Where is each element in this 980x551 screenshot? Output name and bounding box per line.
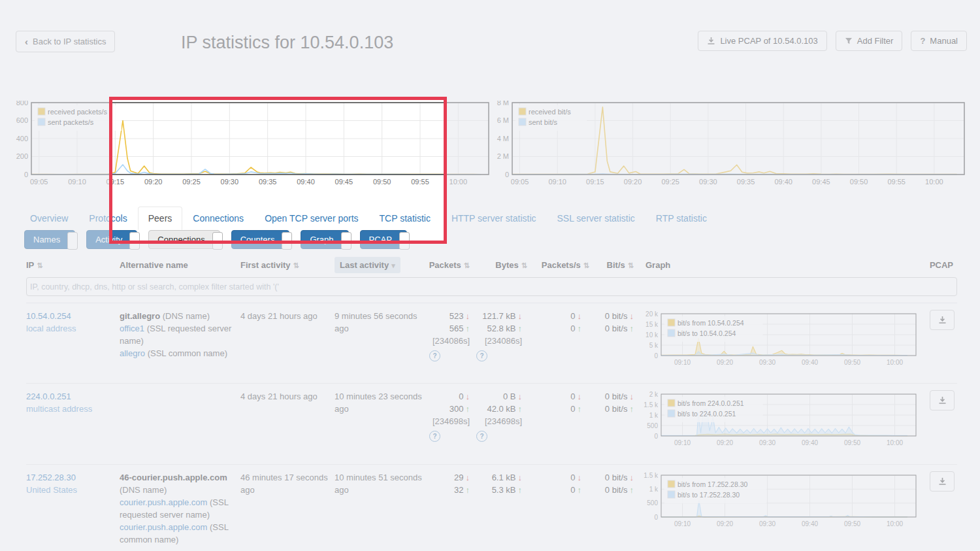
counters-checkbox[interactable] <box>282 232 292 250</box>
statistics-tabs: Overview Protocols Peers Connections Ope… <box>20 207 717 230</box>
bit-per-s-cell: 0 bit/s↓ 0 bit/s↑ <box>589 390 634 415</box>
packets-cell: 29↓ 32↑ <box>427 471 470 496</box>
pcap-checkbox[interactable] <box>399 232 410 250</box>
header-bit-per-s[interactable]: Bit/s⇅ <box>589 260 634 270</box>
download-icon <box>707 37 715 45</box>
manual-button[interactable]: ? Manual <box>911 31 967 51</box>
ssl-common-name-link[interactable]: allegro <box>120 348 145 358</box>
download-pcap-button[interactable] <box>930 310 955 330</box>
up-arrow-icon: ↑ <box>518 324 523 333</box>
activity-checkbox[interactable] <box>129 232 140 250</box>
alternative-name-cell: 46-courier.push.apple.com (DNS name) cou… <box>120 471 240 546</box>
alternative-name-cell: git.allegro (DNS name) office1 (SSL requ… <box>120 310 240 359</box>
sort-icon[interactable]: ⇅ <box>37 261 42 269</box>
peer-ip-link[interactable]: 10.54.0.254 <box>26 310 120 322</box>
sort-icon[interactable]: ⇅ <box>583 261 589 269</box>
svg-text:09:15: 09:15 <box>106 178 125 186</box>
svg-text:09:10: 09:10 <box>674 439 691 446</box>
download-pcap-button[interactable] <box>930 390 955 410</box>
names-checkbox[interactable] <box>67 232 78 250</box>
connections-toggle-button[interactable]: Connections <box>148 230 220 249</box>
svg-text:sent bit/s: sent bit/s <box>529 118 558 126</box>
tab-open-tcp-server-ports[interactable]: Open TCP server ports <box>254 207 368 230</box>
peer-ip-sublabel[interactable]: local address <box>26 322 120 335</box>
peer-ip-link[interactable]: 224.0.0.251 <box>26 390 120 403</box>
header-graph: Graph <box>634 260 928 270</box>
svg-text:0: 0 <box>654 433 658 440</box>
sort-desc-icon[interactable]: ▾ <box>391 261 395 269</box>
back-button[interactable]: ‹ Back to IP statistics <box>16 31 115 52</box>
tab-ssl-server-statistic[interactable]: SSL server statistic <box>547 207 645 230</box>
svg-text:0: 0 <box>505 171 509 178</box>
svg-text:0: 0 <box>654 514 658 521</box>
names-toggle-button[interactable]: Names <box>24 230 75 249</box>
up-arrow-icon: ↑ <box>578 485 582 495</box>
add-filter-button[interactable]: Add Filter <box>836 31 903 51</box>
download-pcap-button[interactable] <box>930 471 955 492</box>
bytes-cell: 6.1 kB↓ 5.3 kB↑ <box>470 471 527 496</box>
svg-text:received bit/s: received bit/s <box>529 108 571 116</box>
graph-toggle-button[interactable]: Graph <box>301 230 348 249</box>
tab-rtp-statistic[interactable]: RTP statistic <box>645 207 717 230</box>
header-first-activity[interactable]: First activity⇅ <box>240 260 335 270</box>
question-icon: ? <box>920 36 925 46</box>
download-icon <box>938 396 947 405</box>
tab-overview[interactable]: Overview <box>20 207 78 230</box>
peer-search-input[interactable] <box>26 277 957 296</box>
tab-http-server-statistic[interactable]: HTTP server statistic <box>441 207 547 230</box>
peer-ip-link[interactable]: 17.252.28.30 <box>26 471 120 484</box>
help-icon[interactable]: ? <box>476 350 487 361</box>
help-icon[interactable]: ? <box>429 431 440 442</box>
svg-text:2 M: 2 M <box>497 152 509 160</box>
ssl-requested-name-link[interactable]: office1 <box>120 324 144 333</box>
ssl-requested-name-link[interactable]: courier.push.apple.com <box>120 497 207 507</box>
up-arrow-icon: ↑ <box>518 404 523 414</box>
sort-icon[interactable]: ⇅ <box>521 261 527 269</box>
help-icon[interactable]: ? <box>429 350 440 361</box>
packets-per-s-cell: 0↓ 0↑ <box>527 471 589 496</box>
live-pcap-button[interactable]: Live PCAP of 10.54.0.103 <box>698 31 826 51</box>
table-header-row: IP⇅ Alternative name First activity⇅ Las… <box>26 254 957 276</box>
header-ip[interactable]: IP⇅ <box>26 260 120 270</box>
svg-text:09:05: 09:05 <box>30 178 48 186</box>
help-icon[interactable]: ? <box>476 431 487 442</box>
svg-text:09:15: 09:15 <box>586 178 604 186</box>
ssl-common-name-link[interactable]: courier.push.apple.com <box>120 522 207 532</box>
table-row: 10.54.0.254 local address git.allegro (D… <box>26 303 957 384</box>
graph-checkbox[interactable] <box>341 232 351 250</box>
svg-text:400: 400 <box>16 135 28 142</box>
header-bytes[interactable]: Bytes⇅ <box>470 260 527 270</box>
sort-icon[interactable]: ⇅ <box>464 261 470 269</box>
counters-toggle-button[interactable]: Counters <box>231 230 290 249</box>
peer-ip-sublabel[interactable]: United States <box>26 484 120 496</box>
svg-text:09:40: 09:40 <box>802 520 818 527</box>
activity-toggle-button[interactable]: Activity <box>86 230 137 249</box>
svg-text:09:35: 09:35 <box>737 178 755 186</box>
header-packets[interactable]: Packets⇅ <box>427 260 470 270</box>
packets-per-second-chart: 020040060080009:0509:1009:1509:2009:2509… <box>9 101 491 190</box>
sort-icon[interactable]: ⇅ <box>293 261 299 269</box>
svg-text:500: 500 <box>647 499 658 507</box>
pcap-toggle-button[interactable]: PCAP <box>360 230 407 249</box>
svg-text:09:50: 09:50 <box>844 439 860 446</box>
bits-per-second-chart: 02 M4 M6 M8 M09:0509:1009:1509:2009:2509… <box>489 101 967 190</box>
svg-text:500: 500 <box>647 422 658 429</box>
tab-connections[interactable]: Connections <box>182 207 254 230</box>
svg-text:4 M: 4 M <box>497 135 509 142</box>
tab-protocols[interactable]: Protocols <box>78 207 137 230</box>
svg-text:0: 0 <box>24 171 28 178</box>
table-row: 17.252.28.30 United States 46-courier.pu… <box>26 465 957 551</box>
sort-icon[interactable]: ⇅ <box>628 261 634 269</box>
svg-text:6 M: 6 M <box>497 116 509 124</box>
tab-tcp-statistic[interactable]: TCP statistic <box>369 207 441 230</box>
down-arrow-icon: ↓ <box>578 473 582 482</box>
connections-checkbox[interactable] <box>212 232 223 250</box>
peer-ip-sublabel[interactable]: multicast address <box>26 403 120 415</box>
back-button-label: Back to IP statistics <box>33 37 106 46</box>
first-activity-cell: 4 days 21 hours ago <box>240 310 335 322</box>
header-packets-per-s[interactable]: Packets/s⇅ <box>527 260 589 270</box>
last-activity-cell: 10 minutes 51 seconds ago <box>335 471 427 496</box>
tab-peers[interactable]: Peers <box>138 207 183 230</box>
svg-text:09:20: 09:20 <box>624 178 642 186</box>
header-last-activity[interactable]: Last activity▾ <box>335 257 427 273</box>
